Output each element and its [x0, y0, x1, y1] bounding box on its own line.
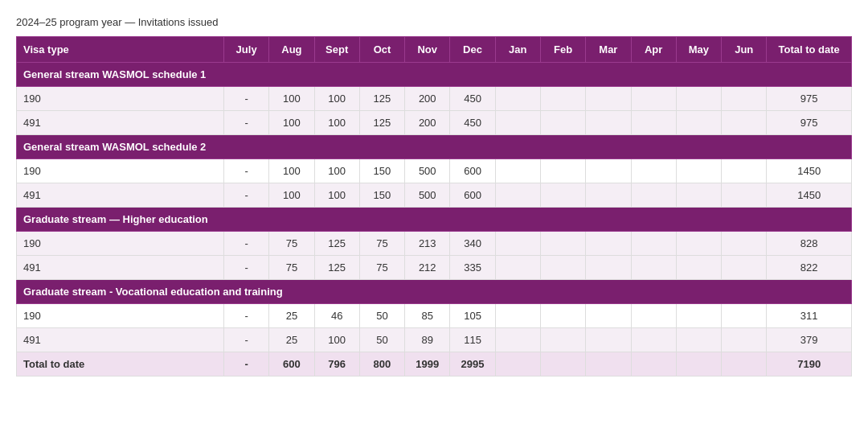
total-cell: 822 — [767, 256, 852, 280]
july-cell: - — [223, 232, 268, 256]
mar-cell — [586, 232, 631, 256]
table-row: 491-7512575212335822 — [17, 256, 852, 280]
sept-cell: 100 — [314, 87, 359, 111]
dec-cell: 335 — [450, 256, 495, 280]
may-cell — [676, 111, 721, 135]
total-nov-cell: 1999 — [405, 352, 450, 377]
oct-cell: 50 — [359, 328, 404, 352]
sept-header: Sept — [314, 37, 359, 63]
visa-type-cell: 190 — [17, 87, 224, 111]
total-oct-cell: 800 — [359, 352, 404, 377]
section-header-row: Graduate stream — Higher education — [17, 208, 852, 232]
visa-type-cell: 491 — [17, 111, 224, 135]
may-cell — [676, 328, 721, 352]
apr-cell — [631, 183, 676, 208]
mar-cell — [586, 159, 631, 183]
sept-cell: 46 — [314, 304, 359, 328]
sept-cell: 100 — [314, 328, 359, 352]
total-jun-cell — [722, 352, 767, 377]
apr-cell — [631, 304, 676, 328]
apr-cell — [631, 328, 676, 352]
nov-cell: 500 — [405, 183, 450, 208]
table-row: 190-1001001505006001450 — [17, 159, 852, 183]
aug-cell: 75 — [269, 256, 314, 280]
sept-cell: 100 — [314, 111, 359, 135]
may-cell — [676, 159, 721, 183]
jan-cell — [495, 232, 540, 256]
total-cell: 828 — [767, 232, 852, 256]
jun-header: Jun — [722, 37, 767, 63]
apr-cell — [631, 87, 676, 111]
nov-cell: 212 — [405, 256, 450, 280]
section-header-row: General stream WASMOL schedule 2 — [17, 135, 852, 159]
may-cell — [676, 232, 721, 256]
total-sept-cell: 796 — [314, 352, 359, 377]
jun-cell — [722, 304, 767, 328]
jun-cell — [722, 159, 767, 183]
table-row: 491-1001001505006001450 — [17, 183, 852, 208]
table-row: 190-7512575213340828 — [17, 232, 852, 256]
aug-cell: 75 — [269, 232, 314, 256]
dec-cell: 340 — [450, 232, 495, 256]
mar-cell — [586, 183, 631, 208]
feb-cell — [540, 232, 585, 256]
oct-cell: 150 — [359, 159, 404, 183]
sept-cell: 100 — [314, 183, 359, 208]
sept-cell: 125 — [314, 256, 359, 280]
july-header: July — [223, 37, 268, 63]
total-cell: 1450 — [767, 159, 852, 183]
feb-cell — [540, 256, 585, 280]
sept-cell: 100 — [314, 159, 359, 183]
aug-cell: 100 — [269, 87, 314, 111]
jan-cell — [495, 328, 540, 352]
total-apr-cell — [631, 352, 676, 377]
jan-cell — [495, 87, 540, 111]
table-row: 190-25465085105311 — [17, 304, 852, 328]
dec-cell: 450 — [450, 111, 495, 135]
total-july-cell: - — [223, 352, 268, 377]
feb-cell — [540, 87, 585, 111]
feb-cell — [540, 159, 585, 183]
total-row-label: Total to date — [17, 352, 224, 377]
section-title: Graduate stream - Vocational education a… — [17, 280, 852, 304]
may-cell — [676, 304, 721, 328]
feb-cell — [540, 111, 585, 135]
mar-cell — [586, 87, 631, 111]
total-jan-cell — [495, 352, 540, 377]
oct-cell: 125 — [359, 111, 404, 135]
apr-cell — [631, 232, 676, 256]
feb-header: Feb — [540, 37, 585, 63]
oct-cell: 150 — [359, 183, 404, 208]
aug-cell: 25 — [269, 328, 314, 352]
may-cell — [676, 87, 721, 111]
july-cell: - — [223, 304, 268, 328]
jan-cell — [495, 304, 540, 328]
table-row: 190-100100125200450975 — [17, 87, 852, 111]
sept-cell: 125 — [314, 232, 359, 256]
total-dec-cell: 2995 — [450, 352, 495, 377]
feb-cell — [540, 183, 585, 208]
mar-header: Mar — [586, 37, 631, 63]
dec-cell: 600 — [450, 183, 495, 208]
total-header: Total to date — [767, 37, 852, 63]
table-row: 491-251005089115379 — [17, 328, 852, 352]
dec-cell: 600 — [450, 159, 495, 183]
nov-header: Nov — [405, 37, 450, 63]
section-header-row: Graduate stream - Vocational education a… — [17, 280, 852, 304]
total-aug-cell: 600 — [269, 352, 314, 377]
may-header: May — [676, 37, 721, 63]
july-cell: - — [223, 183, 268, 208]
jun-cell — [722, 256, 767, 280]
jan-cell — [495, 159, 540, 183]
section-title: Graduate stream — Higher education — [17, 208, 852, 232]
aug-cell: 100 — [269, 111, 314, 135]
apr-header: Apr — [631, 37, 676, 63]
dec-header: Dec — [450, 37, 495, 63]
section-header-row: General stream WASMOL schedule 1 — [17, 63, 852, 87]
apr-cell — [631, 111, 676, 135]
jan-cell — [495, 183, 540, 208]
visa-type-cell: 190 — [17, 232, 224, 256]
mar-cell — [586, 328, 631, 352]
jun-cell — [722, 111, 767, 135]
oct-cell: 50 — [359, 304, 404, 328]
